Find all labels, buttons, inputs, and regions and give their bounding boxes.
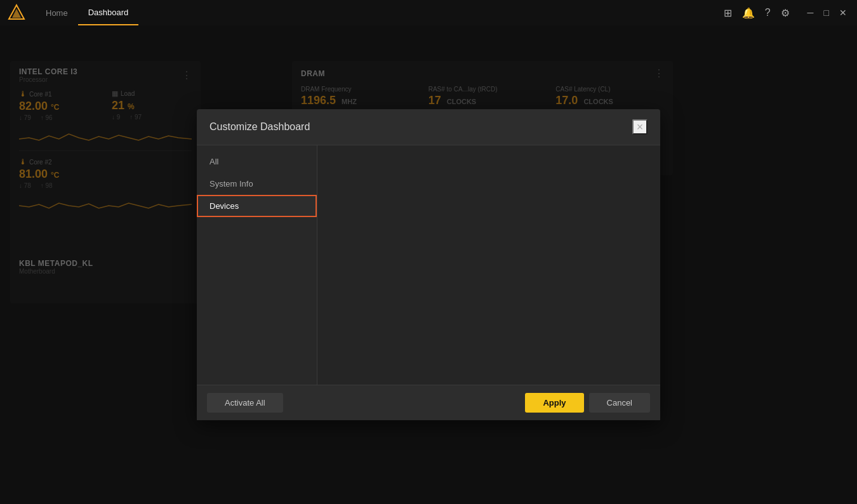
corsair-logo <box>8 4 25 22</box>
nav-home[interactable]: Home <box>36 0 78 25</box>
modal-sidebar: All System Info Devices <box>197 145 317 385</box>
minimize-button[interactable]: ─ <box>805 6 816 19</box>
activate-all-button[interactable]: Activate All <box>207 393 283 413</box>
modal-footer: Activate All Apply Cancel <box>197 385 660 420</box>
modal-title: Customize Dashboard <box>209 121 310 133</box>
modal-header: Customize Dashboard × <box>197 109 660 145</box>
sidebar-item-all[interactable]: All <box>197 150 317 173</box>
modal-content-area <box>317 145 660 385</box>
customize-dashboard-modal: Customize Dashboard × All System Info De… <box>197 109 660 420</box>
cancel-button[interactable]: Cancel <box>589 393 650 413</box>
titlebar: Home Dashboard ⊞ 🔔 ? ⚙ ─ □ ✕ <box>0 0 857 25</box>
nav-dashboard[interactable]: Dashboard <box>78 0 139 25</box>
modal-close-button[interactable]: × <box>632 119 648 135</box>
grid-icon[interactable]: ⊞ <box>724 7 732 19</box>
modal-overlay: Customize Dashboard × All System Info De… <box>0 25 857 504</box>
bell-icon[interactable]: 🔔 <box>742 7 755 19</box>
sidebar-item-devices[interactable]: Devices <box>197 195 317 217</box>
apply-button[interactable]: Apply <box>525 393 583 413</box>
window-controls: ─ □ ✕ <box>805 6 849 19</box>
settings-icon[interactable]: ⚙ <box>781 7 790 19</box>
sidebar-item-system-info[interactable]: System Info <box>197 173 317 195</box>
close-button[interactable]: ✕ <box>837 6 849 19</box>
help-icon[interactable]: ? <box>765 7 771 18</box>
modal-footer-right: Apply Cancel <box>525 393 650 413</box>
titlebar-nav: Home Dashboard <box>36 0 724 25</box>
modal-body: All System Info Devices <box>197 145 660 385</box>
maximize-button[interactable]: □ <box>821 6 832 19</box>
titlebar-controls: ⊞ 🔔 ? ⚙ ─ □ ✕ <box>724 6 849 19</box>
dashboard: INTEL CORE I3 Processor ⋮ 🌡 Core #1 82.0… <box>0 25 857 504</box>
